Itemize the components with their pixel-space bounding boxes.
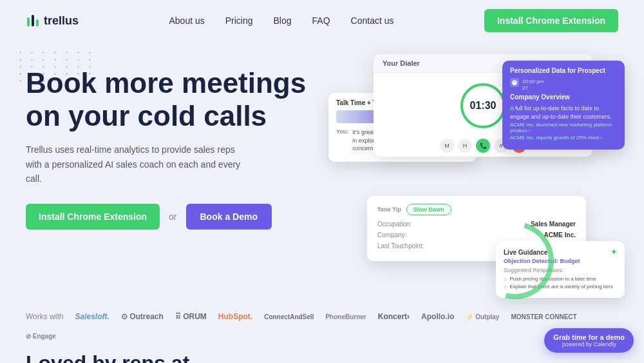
prospect-card-title: Personalized Data for Prospect xyxy=(510,67,617,74)
calendly-line1[interactable]: Grab time for a demo xyxy=(553,333,625,341)
partner-phoneburner: PhoneBurner xyxy=(325,313,366,320)
svg-rect-1 xyxy=(32,15,34,26)
tone-tip-label: Tone Tip xyxy=(377,206,401,213)
partner-salesloft: Salesloft. xyxy=(75,312,109,321)
logo-icon xyxy=(26,14,40,28)
prospect-time-icon: 🕐 xyxy=(510,78,519,87)
transcript-you-label: You: xyxy=(336,128,348,153)
nav-pricing[interactable]: Pricing xyxy=(225,15,253,26)
partner-koncert: Koncert› xyxy=(378,312,410,321)
hero-title-line1: Book more meetings xyxy=(26,67,306,99)
company-link2[interactable]: ACME Inc. reports growth of 25% most › xyxy=(510,135,617,141)
dialer-mute-btn[interactable]: M xyxy=(440,139,454,153)
nav-about[interactable]: About us xyxy=(169,15,204,26)
works-with-label: Works with xyxy=(26,312,63,321)
partner-outplay: ⚡ Outplay xyxy=(466,313,499,320)
partner-monster: MONSTER CONNECT xyxy=(511,313,576,320)
occupation-label: Occupation: xyxy=(377,221,412,228)
svg-rect-0 xyxy=(27,17,30,26)
company-overview-text: A full list up-to-date facts to date to … xyxy=(510,104,617,121)
nav-blog[interactable]: Blog xyxy=(274,15,292,26)
svg-rect-2 xyxy=(36,19,39,26)
prospect-card: Personalized Data for Prospect 🕐 20:00 p… xyxy=(502,61,625,150)
tone-tip-row: Tone Tip Slow Down xyxy=(377,204,576,215)
navbar: trellus About us Pricing Blog FAQ Contac… xyxy=(0,0,644,41)
prospect-time-row: 🕐 20:00 pm27 xyxy=(510,78,617,91)
company-overview-label: Company Overview xyxy=(510,93,617,101)
calendly-line2: powered by Calendly xyxy=(553,341,625,348)
tone-badge: Slow Down xyxy=(406,204,451,215)
loved-by-title: Loved by reps at xyxy=(26,351,618,363)
dialer-call-btn[interactable]: 📞 xyxy=(476,139,490,153)
cta-or-text: or xyxy=(169,211,176,222)
partner-connectandsell: ConnectAndSell xyxy=(264,313,314,320)
hero-section: Book more meetings on your cold calls Tr… xyxy=(0,41,644,306)
dialer-hold-btn[interactable]: H xyxy=(458,139,472,153)
occupation-value: Sales Manager xyxy=(531,221,576,228)
prospect-time-text: 20:00 pm27 xyxy=(522,78,544,91)
occupation-row: Occupation: Sales Manager xyxy=(377,221,576,228)
hero-title: Book more meetings on your cold calls xyxy=(26,67,322,132)
partners-row: Works with Salesloft. ⊙ Outreach ⠿ ORUM … xyxy=(26,312,618,340)
prospect-company-row: Company Overview A full list up-to-date … xyxy=(510,93,617,141)
calendly-button[interactable]: Grab time for a demo powered by Calendly xyxy=(544,328,634,353)
hero-title-line2: on your cold calls xyxy=(26,100,267,132)
partner-orum: ⠿ ORUM xyxy=(175,312,207,321)
company-link1[interactable]: ACME Inc. launched new marketing platfor… xyxy=(510,122,617,133)
company-value: ACME Inc. xyxy=(544,231,576,239)
hero-mockup: Talk Time + Transcript You: It's great t… xyxy=(335,54,618,306)
guidance-star-icon: ✦ xyxy=(611,248,617,257)
company-label: Company: xyxy=(377,231,407,239)
hero-demo-button[interactable]: Book a Demo xyxy=(186,204,272,230)
hero-subtitle: Trellus uses real-time analytics to prov… xyxy=(26,142,245,186)
partner-apollo: Apollo.io xyxy=(421,312,454,321)
nav-install-button[interactable]: Install Chrome Extension xyxy=(484,9,618,32)
timer-display: 01:30 xyxy=(460,83,506,128)
logo[interactable]: trellus xyxy=(26,14,79,28)
partner-hubspot: HubSpot. xyxy=(218,312,252,321)
hero-install-button[interactable]: Install Chrome Extension xyxy=(26,204,160,230)
logo-text: trellus xyxy=(44,14,79,28)
nav-contact[interactable]: Contact us xyxy=(351,15,394,26)
partner-outreach: ⊙ Outreach xyxy=(121,312,164,321)
hero-cta: Install Chrome Extension or Book a Demo xyxy=(26,204,322,230)
touchpoint-label: Last Touchpoint: xyxy=(377,242,424,250)
partner-engage: ⊘ Engage xyxy=(26,333,56,340)
nav-faq[interactable]: FAQ xyxy=(312,15,330,26)
hero-left: Book more meetings on your cold calls Tr… xyxy=(26,54,322,230)
nav-links: About us Pricing Blog FAQ Contact us xyxy=(169,15,393,26)
